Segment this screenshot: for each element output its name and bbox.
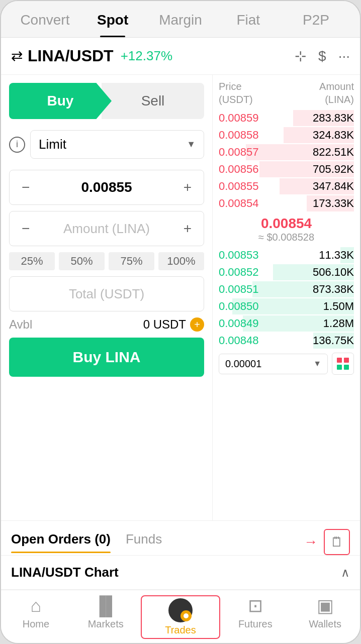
price-input: − 0.00855 + [9, 170, 204, 205]
header-icons: ⊹ $ ··· [295, 48, 350, 64]
pct-100-button[interactable]: 100% [158, 252, 204, 270]
wallets-icon: ▣ [317, 595, 334, 616]
top-nav: Convert Spot Margin Fiat P2P [1, 1, 360, 38]
limit-dropdown[interactable]: Limit ▼ [30, 130, 204, 159]
buy-order-row: 0.00853 11.33K [219, 247, 354, 263]
pct-row: 25% 50% 75% 100% [9, 252, 204, 270]
sell-button[interactable]: Sell [102, 83, 204, 119]
amount-increase-button[interactable]: + [179, 221, 196, 237]
amount-placeholder: Amount (LINA) [34, 221, 179, 237]
mid-price: 0.00854 ≈ $0.008528 [219, 211, 354, 247]
arrow-right-icon: → [304, 534, 318, 550]
sell-order-row: 0.00857 822.51K [219, 144, 354, 160]
ob-amount-header: Amount(LINA) [319, 80, 354, 106]
chart-title: LINA/USDT Chart [11, 565, 119, 580]
nav-wallets-label: Wallets [309, 618, 341, 630]
buy-button[interactable]: Buy [9, 83, 112, 119]
tab-funds[interactable]: Funds [126, 531, 162, 553]
price-decrease-button[interactable]: − [18, 179, 34, 195]
price-value: 0.00855 [34, 179, 179, 195]
nav-trades[interactable]: Trades [141, 595, 221, 639]
chart-icon[interactable]: ⊹ [295, 48, 306, 64]
sell-order-row: 0.00858 324.83K [219, 127, 354, 143]
mid-price-value: 0.00854 [219, 216, 354, 232]
home-icon: ⌂ [31, 595, 42, 616]
swap-icon: ⇄ [11, 48, 23, 64]
phone-container: Convert Spot Margin Fiat P2P ⇄ LINA/USDT… [0, 0, 361, 644]
left-panel: Buy Sell i Limit ▼ − 0.00855 + − Amount [1, 75, 212, 520]
ob-grid-icon [337, 358, 349, 370]
total-placeholder: Total (USDT) [69, 286, 144, 302]
pair-name: LINA/USDT [28, 47, 114, 65]
tab-open-orders[interactable]: Open Orders (0) [11, 531, 111, 553]
doc-icon-button[interactable]: 🗒 [324, 529, 350, 555]
ob-price-header: Price(USDT) [219, 80, 253, 106]
total-input[interactable]: Total (USDT) [9, 276, 204, 311]
info-icon[interactable]: i [9, 137, 25, 153]
chevron-up-icon[interactable]: ∧ [341, 566, 350, 580]
buy-orders: 0.00853 11.33K 0.00852 506.10K 0.00851 8… [219, 247, 354, 349]
ob-header: Price(USDT) Amount(LINA) [219, 80, 354, 106]
add-funds-icon[interactable]: + [190, 317, 204, 332]
trades-icon-wrapper [168, 598, 193, 622]
pct-25-button[interactable]: 25% [9, 252, 55, 270]
header: ⇄ LINA/USDT +12.37% ⊹ $ ··· [1, 38, 360, 75]
nav-home-label: Home [23, 618, 49, 630]
tab-margin[interactable]: Margin [147, 1, 215, 37]
avbl-label: Avbl [9, 317, 32, 332]
markets-icon: ▐▌ [93, 595, 119, 616]
bottom-nav: ⌂ Home ▐▌ Markets Trades ⊡ Futures ▣ Wal… [1, 590, 360, 643]
trades-white-dot [184, 613, 189, 618]
header-pair: ⇄ LINA/USDT +12.37% [11, 47, 295, 65]
dropdown-arrow-icon: ▼ [187, 139, 196, 150]
buy-order-row: 0.00848 136.75K [219, 333, 354, 349]
avbl-row: Avbl 0 USDT + [9, 317, 204, 332]
sell-orders: 0.00859 283.83K 0.00858 324.83K 0.00857 … [219, 110, 354, 211]
ob-view-button[interactable] [332, 353, 354, 375]
buy-lina-button[interactable]: Buy LINA [9, 338, 204, 377]
ob-precision-value: 0.00001 [225, 358, 261, 370]
buy-order-row: 0.00852 506.10K [219, 264, 354, 280]
chart-section: LINA/USDT Chart ∧ [1, 556, 360, 590]
nav-futures[interactable]: ⊡ Futures [220, 595, 290, 639]
buy-order-row: 0.00850 1.50M [219, 298, 354, 314]
nav-markets[interactable]: ▐▌ Markets [71, 595, 141, 639]
buy-sell-toggle: Buy Sell [9, 83, 204, 119]
nav-futures-label: Futures [238, 618, 273, 630]
more-icon[interactable]: ··· [338, 48, 350, 64]
tab-spot[interactable]: Spot [79, 1, 147, 37]
sell-order-row: 0.00856 705.92K [219, 161, 354, 177]
dollar-icon[interactable]: $ [318, 48, 326, 64]
tab-fiat[interactable]: Fiat [214, 1, 282, 37]
sell-order-row: 0.00855 347.84K [219, 178, 354, 194]
orders-tabs: Open Orders (0) Funds → 🗒 [1, 521, 360, 556]
price-increase-button[interactable]: + [179, 179, 196, 195]
amount-input[interactable]: − Amount (LINA) + [9, 211, 204, 246]
limit-selector: i Limit ▼ [9, 125, 204, 164]
avbl-amount: 0 USDT [143, 317, 186, 332]
main-content: Buy Sell i Limit ▼ − 0.00855 + − Amount [1, 75, 360, 520]
orders-right-actions: → 🗒 [304, 529, 350, 555]
amount-decrease-button[interactable]: − [18, 221, 34, 237]
sell-order-row: 0.00859 283.83K [219, 110, 354, 126]
nav-trades-label: Trades [165, 624, 196, 636]
bottom-section: Open Orders (0) Funds → 🗒 LINA/USDT Char… [1, 520, 360, 590]
pct-75-button[interactable]: 75% [109, 252, 154, 270]
sell-order-row: 0.00854 173.33K [219, 195, 354, 211]
ob-precision-selector[interactable]: 0.00001 ▼ [219, 354, 328, 374]
pair-change: +12.37% [121, 48, 172, 64]
nav-markets-label: Markets [88, 618, 124, 630]
futures-icon: ⊡ [248, 595, 263, 616]
avbl-value: 0 USDT + [143, 317, 204, 332]
document-icon: 🗒 [330, 534, 343, 550]
ob-bottom-controls: 0.00001 ▼ [219, 353, 354, 375]
ob-precision-arrow: ▼ [313, 359, 321, 368]
tab-convert[interactable]: Convert [11, 1, 79, 37]
nav-home[interactable]: ⌂ Home [1, 595, 71, 639]
buy-order-row: 0.00851 873.38K [219, 281, 354, 297]
nav-wallets[interactable]: ▣ Wallets [290, 595, 360, 639]
pct-50-button[interactable]: 50% [59, 252, 105, 270]
orderbook-panel: Price(USDT) Amount(LINA) 0.00859 283.83K… [212, 75, 360, 520]
tab-p2p[interactable]: P2P [282, 1, 350, 37]
mid-price-usd: ≈ $0.008528 [219, 232, 354, 243]
